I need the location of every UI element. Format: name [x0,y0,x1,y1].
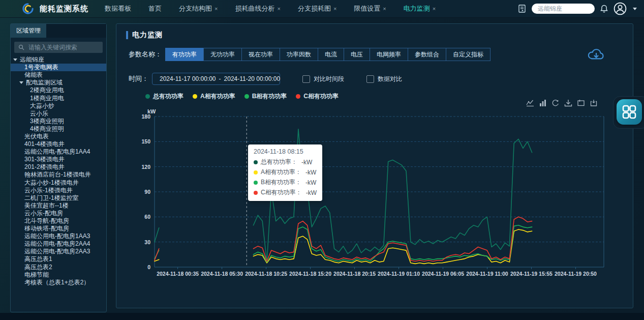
tree-item[interactable]: 储能表 [11,71,106,79]
switch-bar-chart-icon[interactable] [539,99,547,107]
tab-close-icon[interactable]: × [383,6,386,12]
tree-item[interactable]: 201-2楼强电井 [11,163,106,171]
topbar-tab-损耗曲线分析[interactable]: 损耗曲线分析× [235,4,280,13]
tree-item[interactable]: 配电监测区域 [11,79,106,86]
tree-item[interactable]: 3楼商业照明 [11,118,106,125]
legend-item-B相有功功率[interactable]: B相有功功率 [244,92,287,101]
tree-item[interactable]: 大蒜小炒 [11,102,106,110]
save-image-download-icon[interactable] [564,99,572,107]
param-button-有功功率[interactable]: 有功功率 [165,48,204,61]
checkbox-box-icon[interactable] [366,75,374,83]
legend-item-C相有功功率[interactable]: C相有功功率 [296,92,339,101]
topbar-tab-首页[interactable]: 首页 [148,4,162,13]
tooltip-row: B相有功功率：-kW [254,178,317,187]
tree-item[interactable]: 电梯节能 [11,271,106,279]
tab-close-icon[interactable]: × [333,6,336,12]
tree-item[interactable]: 高压总表1 [11,255,106,263]
checkbox-label: 对比时间段 [314,75,344,83]
tree-item[interactable]: 远能公用电-配电房1AA3 [11,232,106,240]
tooltip-row: 总有功功率：-kW [254,158,317,166]
svg-text:2024-11-18 10:25: 2024-11-18 10:25 [245,271,287,277]
power-chart[interactable]: 1801501209060300kW2024-11-18 00:352024-1… [137,108,609,279]
tree-item[interactable]: 2楼商业用电 [11,86,106,94]
topbar-tabs: 数据看板首页分支结构图×损耗曲线分析×分支损耗图×限值设置×电力监测× [105,4,436,13]
tab-label: 分支结构图 [179,4,212,13]
param-button-自定义指标[interactable]: 自定义指标 [446,48,490,61]
project-select[interactable]: 远能锦座 [532,4,595,14]
tree-item[interactable]: 云小乐 [11,110,106,118]
bell-icon[interactable] [600,4,608,13]
tooltip-row: A相有功功率：-kW [254,168,317,177]
tree-item[interactable]: 移动铁塔-配电房 [11,225,106,232]
float-dock [613,96,644,129]
sidebar-search[interactable] [14,42,103,53]
tree-expand-icon[interactable] [19,81,23,84]
param-button-无功功率[interactable]: 无功功率 [203,48,242,61]
tree-item[interactable]: 大蒜小炒-1楼强电井 [11,179,106,187]
tree-item[interactable]: 301-3楼强电井 [11,156,106,163]
svg-text:60: 60 [144,214,150,220]
tree-item[interactable]: 美佳宜超市--1楼 [11,202,106,210]
tree-item[interactable]: 远能公用电-配电房2AA4 [11,240,106,248]
tree-item[interactable]: 高压总表2 [11,264,106,271]
tree-item[interactable]: 北斗导航-配电房 [11,217,106,225]
cloud-download-icon[interactable] [587,46,606,63]
apps-grid-button[interactable] [617,99,642,125]
topbar-tab-电力监测[interactable]: 电力监测× [404,4,436,13]
param-button-功率因数[interactable]: 功率因数 [280,48,318,61]
tree-item[interactable]: 光伏电表 [11,133,106,140]
switch-line-chart-icon[interactable] [526,99,534,107]
tab-close-icon[interactable]: × [214,6,218,12]
param-button-电网频率[interactable]: 电网频率 [370,48,408,61]
legend-dot-icon [193,94,197,99]
data-compare-checkbox[interactable]: 数据对比 [366,75,402,83]
tree-item[interactable]: 云小乐-1楼强电井 [11,187,106,194]
legend-item-A相有功功率[interactable]: A相有功功率 [193,92,235,101]
tree-item[interactable]: 翰林酒店前台-1楼强电井 [11,171,106,179]
legend-dot-icon [296,94,300,99]
tree-item[interactable]: 远能锦座 [11,56,106,64]
param-button-电压[interactable]: 电压 [344,48,370,61]
tree-item[interactable]: 二机门卫-1楼监控室 [11,194,106,202]
tree-expand-icon[interactable] [13,59,17,61]
tooltip-series-dot-icon [254,191,258,195]
tree-item[interactable]: 考核表（总表1+总表2） [11,279,106,286]
svg-text:2024-11-18 05:30: 2024-11-18 05:30 [201,271,243,277]
sidebar-search-input[interactable] [27,42,101,53]
param-button-电流[interactable]: 电流 [318,48,344,61]
data-zoom-icon[interactable] [577,99,585,107]
tree-item[interactable]: 4楼商业照明 [11,125,106,133]
tab-close-icon[interactable]: × [277,6,280,12]
tree-item[interactable]: 1楼商业用电 [11,94,106,102]
param-button-视在功率[interactable]: 视在功率 [241,48,280,61]
tree-item[interactable]: 云小乐-配电房 [11,210,106,217]
checkbox-box-icon[interactable] [302,75,310,83]
zoom-reset-icon[interactable] [590,99,598,107]
param-button-参数组合[interactable]: 参数组合 [408,48,446,61]
legend-label: B相有功功率 [252,92,287,101]
tab-close-icon[interactable]: × [433,6,436,12]
report-document-icon[interactable] [517,4,527,13]
tree-item[interactable]: 1号变电网表 [11,64,106,71]
tree-item[interactable]: 远能公用电-配电房1AA4 [11,148,106,156]
topbar-tab-分支损耗图[interactable]: 分支损耗图× [298,4,336,13]
chart-canvas[interactable]: 1801501209060300kW2024-11-18 00:352024-1… [137,108,609,279]
app-logo-icon [22,3,34,14]
topbar-tab-分支结构图[interactable]: 分支结构图× [179,4,218,13]
tree-item[interactable]: 401-4楼强电井 [11,140,106,148]
tree-item[interactable]: 远能公用电-配电房2AA3 [11,248,106,255]
time-label: 时间： [129,74,148,83]
tooltip-series-label: 总有功功率： [261,158,297,166]
compare-timerange-checkbox[interactable]: 对比时间段 [302,75,344,83]
restore-icon[interactable] [551,99,560,107]
topbar-tab-数据看板[interactable]: 数据看板 [105,4,131,13]
sidebar-tab-region-manage[interactable]: 区域管理 [11,24,46,38]
topbar-tab-限值设置[interactable]: 限值设置× [354,4,386,13]
time-range-picker[interactable]: 2024-11-17 00:00:00 - 2024-11-20 00:00:0… [152,73,280,85]
caret-down-icon[interactable] [633,8,637,10]
svg-text:120: 120 [141,164,150,170]
user-avatar-icon[interactable] [614,2,627,15]
svg-text:2024-11-19 11:00: 2024-11-19 11:00 [466,271,508,277]
legend-item-总有功功率[interactable]: 总有功功率 [145,92,183,101]
tooltip-series-value: -kW [306,189,317,196]
